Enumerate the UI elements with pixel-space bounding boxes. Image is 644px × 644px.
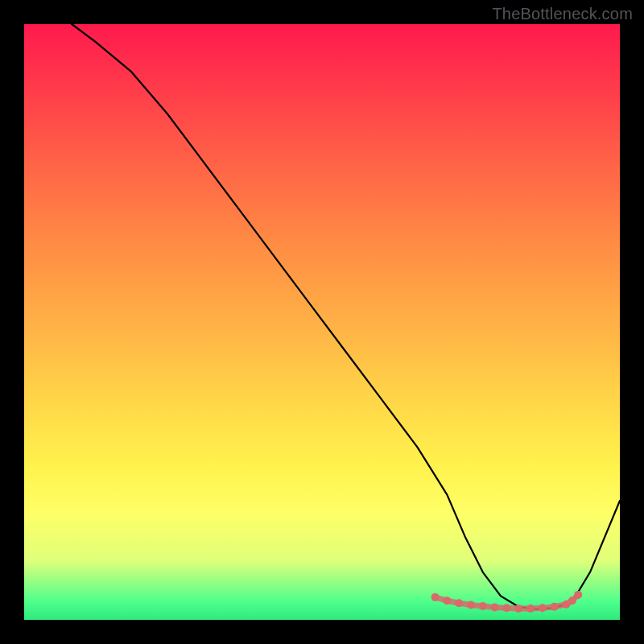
svg-point-0 — [431, 593, 440, 601]
plot-area — [24, 24, 620, 620]
svg-point-10 — [551, 603, 559, 611]
svg-point-7 — [514, 605, 522, 613]
svg-point-13 — [574, 591, 582, 599]
watermark-text: TheBottleneck.com — [492, 5, 633, 23]
svg-point-4 — [479, 602, 487, 610]
svg-point-1 — [443, 597, 451, 605]
svg-point-9 — [539, 604, 547, 612]
svg-point-5 — [491, 604, 499, 612]
svg-point-6 — [502, 604, 510, 612]
highlight-markers — [431, 591, 583, 613]
chart-frame: TheBottleneck.com — [0, 0, 644, 644]
svg-point-2 — [455, 599, 463, 607]
svg-point-12 — [568, 597, 576, 605]
svg-point-8 — [526, 605, 535, 613]
svg-point-3 — [467, 601, 475, 609]
chart-svg — [24, 24, 620, 620]
curve-line — [72, 24, 620, 609]
